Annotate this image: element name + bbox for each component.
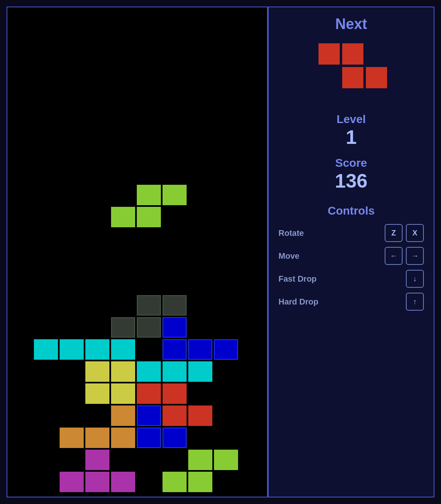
board-cell	[163, 383, 187, 404]
board-cell	[163, 339, 187, 360]
control-row: Fast Drop↓	[275, 270, 427, 288]
board-cell	[163, 361, 187, 382]
board-cell	[111, 472, 135, 492]
board-cell	[188, 450, 212, 470]
board-cell	[60, 472, 84, 492]
board-cell	[137, 383, 161, 404]
control-name: Fast Drop	[278, 274, 316, 284]
controls-table: RotateZXMove←→Fast Drop↓Hard Drop↑	[275, 224, 427, 311]
score-value: 136	[335, 170, 368, 192]
board-cell	[163, 472, 187, 492]
control-keys: ↑	[406, 293, 424, 311]
next-piece-preview	[314, 39, 388, 96]
board-cell	[85, 472, 109, 492]
next-label: Next	[335, 16, 367, 33]
board-cell	[111, 317, 135, 338]
key-button[interactable]: ←	[385, 247, 403, 265]
board-cell	[111, 405, 135, 426]
controls-label: Controls	[327, 204, 374, 217]
board-cell	[214, 450, 238, 470]
control-name: Hard Drop	[278, 297, 318, 307]
key-button[interactable]: Z	[385, 224, 403, 242]
board-cell	[85, 383, 109, 404]
side-panel: Next Level 1 Score 136 Controls RotateZX…	[268, 7, 434, 497]
next-piece-cell	[318, 43, 340, 65]
next-piece-cell	[342, 67, 363, 88]
key-button[interactable]: ↑	[406, 293, 424, 311]
board-cell	[163, 295, 187, 316]
game-board	[7, 7, 268, 497]
control-row: Hard Drop↑	[275, 293, 427, 311]
board-cell	[111, 207, 135, 227]
board-cell	[163, 185, 187, 205]
board-cell	[85, 450, 109, 470]
board-cell	[137, 317, 161, 338]
board-cell	[137, 428, 161, 448]
key-button[interactable]: ↓	[406, 270, 424, 288]
key-button[interactable]: →	[406, 247, 424, 265]
board-cell	[137, 361, 161, 382]
board-cell	[111, 361, 135, 382]
next-piece-cell	[366, 67, 387, 88]
board-cell	[85, 428, 109, 448]
board-cell	[137, 185, 161, 205]
board-cell	[60, 428, 84, 448]
level-label: Level	[336, 113, 366, 126]
level-value: 1	[346, 126, 357, 148]
key-button[interactable]: X	[406, 224, 424, 242]
control-name: Rotate	[278, 228, 304, 238]
score-label: Score	[335, 157, 367, 170]
board-cell	[163, 428, 187, 448]
board-cell	[85, 339, 109, 360]
next-piece-cell	[342, 43, 363, 65]
control-row: RotateZX	[275, 224, 427, 242]
board-cell	[188, 472, 212, 492]
board-cell	[137, 405, 161, 426]
control-name: Move	[278, 251, 299, 261]
board-cell	[188, 361, 212, 382]
board-cell	[34, 339, 58, 360]
control-keys: ↓	[406, 270, 424, 288]
control-row: Move←→	[275, 247, 427, 265]
board-cell	[163, 317, 187, 338]
board-cell	[111, 383, 135, 404]
board-cell	[137, 295, 161, 316]
board-cell	[85, 361, 109, 382]
board-cell	[188, 405, 212, 426]
board-cell	[214, 339, 238, 360]
game-container: Next Level 1 Score 136 Controls RotateZX…	[0, 0, 441, 504]
board-cell	[163, 405, 187, 426]
board-cell	[60, 339, 84, 360]
board-cell	[111, 339, 135, 360]
control-keys: ←→	[385, 247, 424, 265]
board-cell	[137, 207, 161, 227]
board-canvas	[7, 7, 267, 497]
board-cell	[111, 428, 135, 448]
control-keys: ZX	[385, 224, 424, 242]
board-cell	[188, 339, 212, 360]
